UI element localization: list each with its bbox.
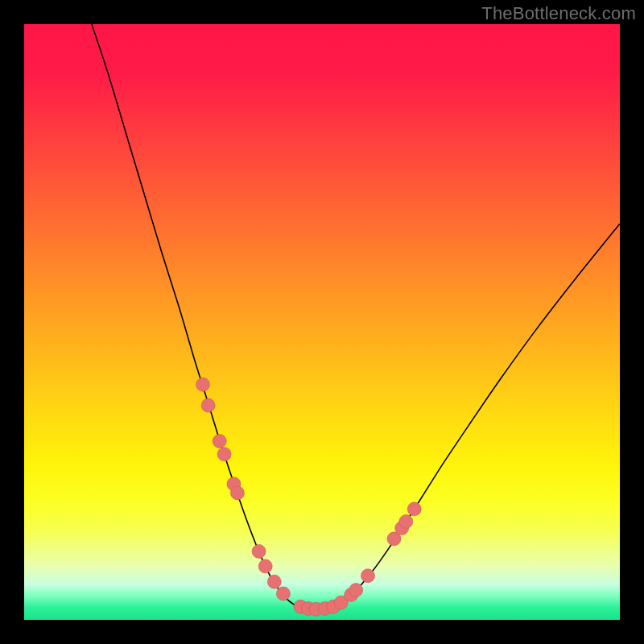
curve-path xyxy=(89,24,620,609)
data-point xyxy=(361,569,374,583)
data-point xyxy=(258,559,272,573)
scatter-group xyxy=(196,378,422,616)
data-point xyxy=(217,448,231,461)
outer-frame: TheBottleneck.com xyxy=(0,0,644,644)
data-point xyxy=(201,398,215,412)
data-point xyxy=(196,378,210,391)
watermark-text: TheBottleneck.com xyxy=(481,3,636,24)
data-point xyxy=(230,486,244,500)
data-point xyxy=(267,575,281,588)
plot-area xyxy=(24,24,620,620)
data-point xyxy=(399,514,413,528)
data-point xyxy=(276,587,290,601)
data-point xyxy=(349,584,363,597)
data-point xyxy=(407,502,421,516)
data-point xyxy=(213,435,226,448)
data-point xyxy=(252,544,266,558)
chart-svg xyxy=(24,24,620,620)
